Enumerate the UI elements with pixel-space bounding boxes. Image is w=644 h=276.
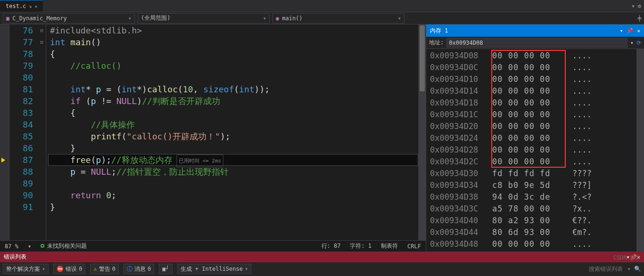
memory-hex: 94 0d 3c de	[492, 191, 570, 203]
search-errors-input[interactable]	[578, 264, 625, 274]
warnings-filter[interactable]: ⚠警告 0	[90, 264, 118, 274]
memory-row[interactable]: 0x00934D0800 00 00 00....	[430, 50, 644, 62]
memory-hex: c8 b0 9e 5d	[492, 179, 570, 191]
pin-icon[interactable]: ⇲	[29, 4, 32, 9]
chevron-down-icon[interactable]: ▾	[630, 40, 634, 46]
cursor-col: 字符: 1	[350, 242, 372, 250]
memory-ascii: ....	[570, 73, 592, 85]
memory-hex: 00 00 00 00	[492, 85, 570, 97]
messages-filter[interactable]: ⓘ消息 0	[124, 264, 154, 274]
memory-row[interactable]: 0x00934D1800 00 00 00....	[430, 97, 644, 109]
memory-addr: 0x00934D24	[430, 132, 492, 144]
memory-ascii: ?x..	[570, 203, 592, 215]
fold-margin[interactable]: ⊟⊟	[38, 24, 46, 240]
memory-ascii: ....	[570, 97, 592, 109]
memory-hex: 00 00 00 00	[492, 73, 570, 85]
refresh-icon[interactable]: ⟳	[636, 40, 641, 46]
memory-addr: 0x00934D40	[430, 215, 492, 227]
line-numbers: 76777879808182838485868788899091	[9, 24, 38, 240]
memory-addr: 0x00934D34	[430, 179, 492, 191]
chevron-down-icon: ▾	[128, 15, 132, 22]
zoom-level[interactable]: 87 %	[5, 243, 18, 250]
code-area[interactable]: #include<stdlib.h>int main(){ //calloc()…	[46, 24, 418, 240]
chevron-down-icon: ▾	[245, 266, 248, 272]
memory-addr: 0x00934D08	[430, 50, 492, 62]
project-dropdown[interactable]: ▣ C_Dynamic_Memory ▾	[3, 13, 135, 24]
close-icon[interactable]: ✕	[34, 4, 37, 9]
memory-row[interactable]: 0x00934D0C00 00 00 00....	[430, 62, 644, 73]
memory-row[interactable]: 0x00934D2C00 00 00 00....	[430, 156, 644, 168]
error-list-titlebar[interactable]: 错误列表 ▾ 📌 ✕	[0, 252, 644, 262]
breakpoint-margin[interactable]	[0, 24, 9, 240]
info-icon: ⓘ	[127, 265, 132, 273]
addr-input[interactable]	[446, 38, 627, 48]
memory-row[interactable]: 0x00934D34c8 b0 9e 5d???]	[430, 179, 644, 191]
project-label: C_Dynamic_Memory	[12, 15, 67, 22]
code-editor[interactable]: 76777879808182838485868788899091 ⊟⊟ #inc…	[0, 24, 426, 240]
memory-addr: 0x00934D48	[430, 238, 492, 250]
scroll-thumb[interactable]	[420, 25, 425, 91]
memory-ascii: ?.<?	[570, 191, 592, 203]
split-icon[interactable]: ╪	[638, 15, 641, 22]
memory-ascii: ....	[570, 144, 592, 156]
eol-mode[interactable]: CRLF	[407, 243, 421, 250]
memory-row[interactable]: 0x00934D1000 00 00 00....	[430, 73, 644, 85]
chevron-down-icon: ▾	[42, 266, 45, 272]
addr-label: 地址:	[429, 39, 444, 47]
memory-titlebar[interactable]: 内存 1 ▾ 📌 ✕	[426, 24, 644, 37]
error-list-toolbar: 整个解决方案 ▾ ⛔错误 0 ⚠警告 0 ⓘ消息 0 ▣┘ 生成 + Intel…	[0, 262, 644, 276]
memory-hex: 80 a2 93 00	[492, 215, 570, 227]
memory-row[interactable]: 0x00934D4480 6d 93 00€m?.	[430, 227, 644, 238]
memory-hex: 00 00 00 00	[492, 156, 570, 168]
gear-icon[interactable]: ⚙	[638, 3, 641, 9]
watermark: CSDN @梧	[613, 254, 639, 262]
close-icon[interactable]: ✕	[637, 28, 640, 34]
memory-hex: 80 6d 93 00	[492, 227, 570, 238]
zoom-chevron-icon[interactable]: ▾	[28, 243, 31, 250]
issues-label[interactable]: 未找到相关问题	[47, 243, 87, 249]
fn-label: main()	[282, 15, 302, 22]
chevron-down-icon: ▾	[263, 15, 266, 22]
memory-addr: 0x00934D1C	[430, 109, 492, 121]
memory-ascii: ???]	[570, 179, 592, 191]
memory-row[interactable]: 0x00934D2400 00 00 00....	[430, 132, 644, 144]
scope-dropdown[interactable]: (全局范围) ▾	[138, 13, 270, 24]
memory-row[interactable]: 0x00934D2800 00 00 00....	[430, 144, 644, 156]
memory-scrollbar[interactable]	[636, 49, 644, 252]
memory-row[interactable]: 0x00934D4080 a2 93 00€??.	[430, 215, 644, 227]
issues-ok-icon	[41, 244, 44, 248]
memory-row[interactable]: 0x00934D1400 00 00 00....	[430, 85, 644, 97]
memory-row[interactable]: 0x00934D1C00 00 00 00....	[430, 109, 644, 121]
search-dropdown-icon[interactable]: ▾ 🔍	[627, 266, 641, 272]
memory-hex: 00 00 00 00	[492, 97, 570, 109]
chevron-down-icon[interactable]: ▾	[632, 3, 635, 9]
memory-hex: 00 00 00 00	[492, 109, 570, 121]
memory-hex: 00 00 00 00	[492, 121, 570, 132]
clear-filter[interactable]: ▣┘	[159, 264, 172, 274]
memory-row[interactable]: 0x00934D30fd fd fd fd????	[430, 168, 644, 179]
solution-scope-dropdown[interactable]: 整个解决方案 ▾	[3, 264, 49, 274]
errors-filter[interactable]: ⛔错误 0	[53, 264, 85, 274]
error-list-panel: 错误列表 ▾ 📌 ✕ 整个解决方案 ▾ ⛔错误 0 ⚠警告 0 ⓘ消息 0 ▣┘…	[0, 252, 644, 276]
memory-panel: 内存 1 ▾ 📌 ✕ 地址: ▾ ⟳ 0x00934D0800 00 00 00…	[426, 24, 644, 252]
pin-icon[interactable]: 📌	[627, 28, 633, 34]
function-dropdown[interactable]: ◉ main() ▾	[272, 13, 405, 24]
dropdown-icon[interactable]: ▾	[620, 28, 623, 34]
solution-label: 整个解决方案	[6, 265, 40, 273]
search-errors: ▾ 🔍	[578, 264, 641, 274]
memory-addr: 0x00934D2C	[430, 156, 492, 168]
build-intellisense-dropdown[interactable]: 生成 + IntelliSense ▾	[177, 264, 252, 274]
memory-ascii: ....	[570, 50, 592, 62]
memory-address-bar: 地址: ▾ ⟳	[426, 37, 644, 49]
memory-row[interactable]: 0x00934D4800 00 00 00....	[430, 238, 644, 250]
cursor-line: 行: 87	[322, 242, 341, 250]
memory-rows[interactable]: 0x00934D0800 00 00 00....0x00934D0C00 00…	[426, 49, 644, 252]
memory-addr: 0x00934D44	[430, 227, 492, 238]
vertical-scrollbar[interactable]	[418, 24, 426, 240]
indent-mode[interactable]: 制表符	[381, 242, 398, 250]
memory-row[interactable]: 0x00934D2000 00 00 00....	[430, 121, 644, 132]
memory-addr: 0x00934D14	[430, 85, 492, 97]
memory-row[interactable]: 0x00934D3894 0d 3c de?.<?	[430, 191, 644, 203]
memory-row[interactable]: 0x00934D3Ca5 78 00 00?x..	[430, 203, 644, 215]
tab-test-c[interactable]: test.c ⇲ ✕	[0, 0, 43, 12]
